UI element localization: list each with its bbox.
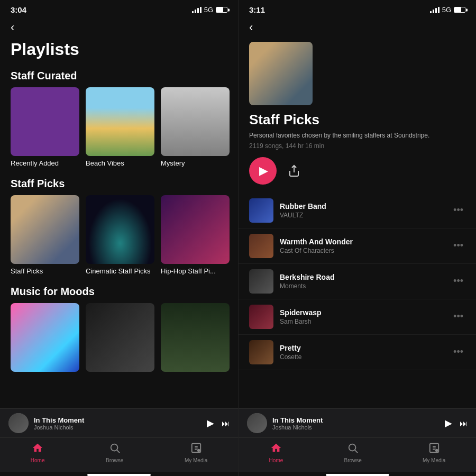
- tab-home-1[interactable]: Home: [31, 442, 45, 463]
- playlist-beach-vibes[interactable]: Beach Vibes: [86, 87, 154, 167]
- tab-browse-1[interactable]: Browse: [106, 442, 123, 463]
- search-icon-1: [109, 442, 121, 456]
- home-indicator-2: [326, 474, 389, 476]
- playlist-moods-3[interactable]: [161, 303, 230, 375]
- section-staff-picks-label: Staff Picks: [0, 175, 238, 195]
- tab-mymedia-label-2: My Media: [423, 457, 445, 463]
- track-more-0[interactable]: •••: [451, 203, 465, 218]
- status-right-2: 5G: [430, 6, 465, 14]
- track-more-1[interactable]: •••: [451, 238, 465, 253]
- playlist-hiphop[interactable]: Hip-Hop Staff Pi...: [161, 195, 230, 275]
- section-moods-label: Music for Moods: [0, 282, 238, 303]
- track-title-3: Spiderwasp: [280, 308, 445, 317]
- scroll-area-2: Staff Picks Personal favorites chosen by…: [239, 36, 476, 408]
- section-staff-curated-label: Staff Curated: [0, 67, 238, 87]
- status-bar-2: 3:11 5G: [239, 0, 476, 16]
- track-artist-1: Cast Of Characters: [280, 247, 445, 254]
- svg-line-6: [355, 450, 358, 453]
- time-2: 3:11: [249, 5, 265, 14]
- track-artist-3: Sam Barsh: [280, 318, 445, 325]
- phone-1: 3:04 5G ‹ Playlists Staff Curated Recent…: [0, 0, 238, 476]
- playlist-name-staff: Staff Picks: [11, 267, 79, 275]
- track-item-3[interactable]: Spiderwasp Sam Barsh •••: [239, 299, 476, 335]
- share-button[interactable]: [284, 161, 304, 181]
- track-info-0: Rubber Band VAULTZ: [280, 202, 445, 219]
- svg-point-5: [349, 444, 356, 451]
- tab-home-2[interactable]: Home: [269, 442, 283, 463]
- now-playing-bar-1[interactable]: In This Moment Joshua Nichols ▶ ⏭: [0, 408, 238, 437]
- playlist-recently-added[interactable]: Recently Added: [11, 87, 79, 167]
- tab-browse-2[interactable]: Browse: [344, 442, 361, 463]
- np-thumb-1: [8, 413, 29, 433]
- detail-meta: 2119 songs, 144 hr 16 min: [249, 142, 465, 150]
- playlist-cinematic[interactable]: Cinematic Staff Picks: [86, 195, 154, 275]
- track-more-4[interactable]: •••: [451, 344, 465, 360]
- track-more-2[interactable]: •••: [451, 273, 465, 289]
- staff-curated-list: Recently Added Beach Vibes Mystery: [0, 87, 238, 175]
- playlist-staff-picks[interactable]: Staff Picks: [11, 195, 79, 275]
- track-title-2: Berkshire Road: [280, 273, 445, 281]
- playlist-moods-1[interactable]: [11, 303, 79, 375]
- track-item-0[interactable]: Rubber Band VAULTZ •••: [239, 193, 476, 228]
- tab-browse-label-1: Browse: [106, 457, 123, 463]
- detail-desc: Personal favorites chosen by the smiling…: [249, 131, 465, 140]
- status-right-1: 5G: [192, 6, 227, 14]
- back-button-2[interactable]: ‹: [239, 16, 476, 36]
- np-controls-1: ▶ ⏭: [207, 417, 230, 429]
- svg-line-1: [117, 450, 120, 453]
- share-icon: [288, 164, 300, 177]
- track-item-1[interactable]: Warmth And Wonder Cast Of Characters •••: [239, 228, 476, 264]
- play-pause-button-1[interactable]: ▶: [207, 417, 214, 429]
- skip-button-1[interactable]: ⏭: [222, 419, 230, 428]
- np-info-2: In This Moment Joshua Nichols: [272, 416, 440, 431]
- track-thumb-2: [249, 269, 273, 294]
- playlist-moods-2[interactable]: [86, 303, 154, 375]
- track-artist-0: VAULTZ: [280, 212, 445, 219]
- track-thumb-0: [249, 198, 273, 223]
- mymedia-icon-2: [428, 442, 440, 456]
- np-artist-2: Joshua Nichols: [272, 424, 440, 431]
- home-icon-1: [32, 442, 43, 456]
- play-big-button[interactable]: ▶: [249, 157, 277, 185]
- track-more-3[interactable]: •••: [451, 309, 465, 324]
- track-item-2[interactable]: Berkshire Road Moments •••: [239, 264, 476, 299]
- moods-list: [0, 303, 238, 382]
- mymedia-icon-1: [190, 442, 202, 456]
- np-title-2: In This Moment: [272, 416, 440, 424]
- playlist-name-hiphop: Hip-Hop Staff Pi...: [161, 267, 230, 275]
- signal-icon-1: [192, 7, 202, 13]
- tab-browse-label-2: Browse: [344, 457, 361, 463]
- np-thumb-2: [247, 413, 267, 433]
- signal-icon-2: [430, 7, 440, 13]
- np-artist-1: Joshua Nichols: [34, 424, 202, 431]
- battery-icon-2: [454, 7, 465, 13]
- playlist-name-mystery: Mystery: [161, 159, 230, 167]
- battery-icon-1: [216, 7, 227, 13]
- back-button-1[interactable]: ‹: [0, 16, 238, 36]
- tab-mymedia-label-1: My Media: [185, 457, 207, 463]
- track-item-4[interactable]: Pretty Cosette •••: [239, 335, 476, 370]
- scroll-area-1: Playlists Staff Curated Recently Added B…: [0, 36, 238, 408]
- tab-mymedia-2[interactable]: My Media: [423, 442, 445, 463]
- search-icon-2: [347, 442, 359, 456]
- tab-bar-1: Home Browse My Media: [0, 437, 238, 472]
- playlist-mystery[interactable]: Mystery: [161, 87, 230, 167]
- track-info-4: Pretty Cosette: [280, 344, 445, 361]
- play-pause-button-2[interactable]: ▶: [445, 417, 452, 429]
- staff-picks-list: Staff Picks Cinematic Staff Picks Hip-Ho…: [0, 195, 238, 282]
- svg-point-0: [111, 444, 117, 451]
- track-list: Rubber Band VAULTZ ••• Warmth And Wonder…: [239, 193, 476, 370]
- now-playing-bar-2[interactable]: In This Moment Joshua Nichols ▶ ⏭: [239, 408, 476, 437]
- network-2: 5G: [442, 6, 451, 14]
- detail-hero: Staff Picks Personal favorites chosen by…: [239, 36, 476, 185]
- skip-button-2[interactable]: ⏭: [460, 419, 468, 428]
- playlist-name-beach: Beach Vibes: [86, 159, 154, 167]
- np-title-1: In This Moment: [34, 416, 202, 424]
- tab-mymedia-1[interactable]: My Media: [185, 442, 207, 463]
- track-thumb-4: [249, 340, 273, 364]
- phone-2: 3:11 5G ‹ Staff Picks Personal favorites…: [238, 0, 476, 476]
- track-title-1: Warmth And Wonder: [280, 237, 445, 246]
- track-thumb-1: [249, 234, 273, 258]
- tab-home-label-2: Home: [269, 457, 283, 463]
- status-bar-1: 3:04 5G: [0, 0, 238, 16]
